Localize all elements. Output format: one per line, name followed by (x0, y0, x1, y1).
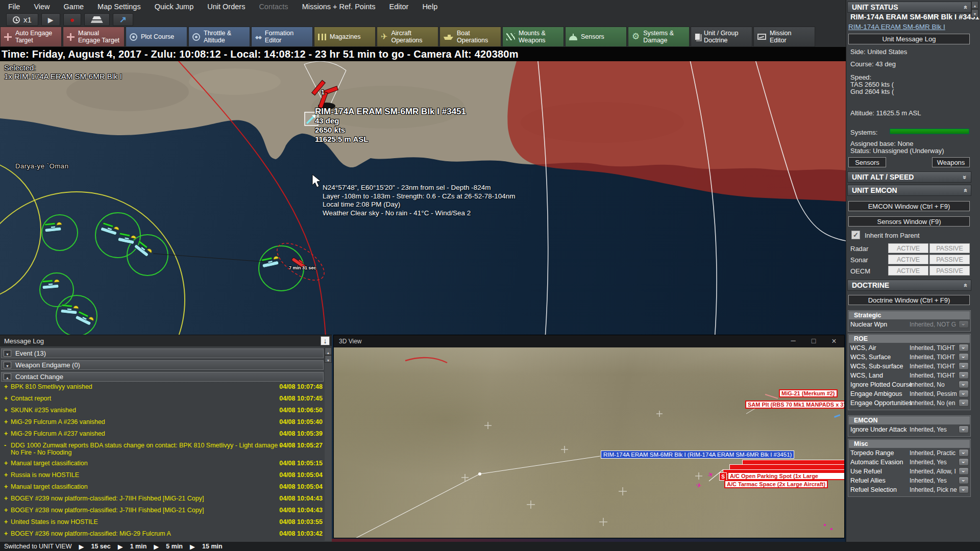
speed-arrow-icon[interactable] (154, 543, 159, 550)
magazines-button[interactable]: Magazines (314, 27, 376, 47)
throttle-altitude-button[interactable]: Throttle &Altitude (188, 27, 250, 47)
dropdown-button[interactable] (959, 467, 969, 475)
menu-map-settings[interactable]: Map Settings (97, 3, 141, 11)
3d-label-sam-platoon[interactable]: SAM Plt (RBS 70 Mk1 MANPADS x 3) (745, 400, 844, 409)
speed-15sec[interactable]: 15 sec (91, 543, 110, 550)
log-group-weapon-endgame[interactable]: Weapon Endgame (0) (1, 360, 324, 370)
collapse-button[interactable] (4, 362, 11, 368)
log-entry[interactable]: +SKUNK #235 vanished04/08 10:06:50 (0, 407, 325, 418)
collapse-button[interactable] (4, 373, 11, 380)
log-group-event[interactable]: Event (13) (1, 348, 324, 358)
friendly-ship-icons[interactable] (42, 222, 280, 326)
dropdown-button[interactable] (959, 449, 969, 457)
scroll-down-button[interactable] (325, 355, 332, 363)
weapons-panel-button[interactable]: Weapons (932, 157, 970, 167)
sidebar-scrollbar[interactable] (971, 1, 979, 17)
menu-game[interactable]: Game (64, 3, 84, 11)
3d-label-selected-missile[interactable]: RIM-174A ERAM SM-6MR Blk I (RIM-174A ERA… (601, 450, 794, 459)
record-button[interactable] (63, 13, 81, 26)
speed-arrow-icon[interactable] (118, 543, 123, 550)
dropdown-button[interactable] (959, 458, 969, 466)
unit-class-link[interactable]: RIM-174A ERAM SM-6MR Blk I (848, 23, 945, 31)
sensors-panel-button[interactable]: Sensors (848, 157, 886, 167)
dropdown-button[interactable] (959, 477, 969, 484)
boat-operations-button[interactable]: BoatOperations (439, 27, 501, 47)
unit-message-log-button[interactable]: Unit Message Log (848, 34, 970, 44)
auto-engage-target-button[interactable]: Auto EngageTarget (0, 27, 62, 47)
log-entry[interactable]: +BOGEY #236 now platform-classified: MiG… (0, 530, 325, 542)
menu-unit-orders[interactable]: Unit Orders (207, 3, 245, 11)
menu-missions-ref-points[interactable]: Missions + Ref. Points (302, 3, 376, 11)
time-compression-button[interactable]: x1 (6, 13, 38, 26)
oecm-passive-button[interactable]: PASSIVE (929, 266, 970, 276)
menu-view[interactable]: View (34, 3, 50, 11)
scroll-down-button[interactable] (971, 9, 978, 17)
3d-label-mig21[interactable]: MiG-21 (Merkum #2) (779, 389, 838, 397)
dropdown-button[interactable] (959, 486, 969, 493)
dropdown-button[interactable] (959, 399, 969, 407)
log-entry[interactable]: +Contact report04/08 10:07:45 (0, 395, 325, 407)
log-group-contact-change[interactable]: Contact Change (1, 372, 324, 382)
log-entry[interactable]: +United States is now HOSTILE04/08 10:03… (0, 518, 325, 530)
speed-5min[interactable]: 5 min (166, 543, 183, 550)
3d-scene[interactable]: MiG-21 (Merkum #2) SAM Plt (RBS 70 Mk1 M… (334, 347, 844, 538)
unit-status-header[interactable]: UNIT STATUS (847, 2, 971, 13)
plot-course-button[interactable]: Plot Course (126, 27, 187, 47)
3d-label-tarmac-space[interactable]: A/C Tarmac Space (2x Large Aircraft) (724, 480, 828, 488)
aircraft-operations-button[interactable]: AircraftOperations (377, 27, 438, 47)
log-entry[interactable]: +BOGEY #239 now platform-classified: J-7… (0, 495, 325, 507)
map-projection-button[interactable] (84, 13, 110, 26)
mission-editor-button[interactable]: MissionEditor (753, 27, 815, 47)
unit-emcon-header[interactable]: UNIT EMCON (847, 185, 971, 196)
oecm-active-button[interactable]: ACTIVE (888, 266, 928, 276)
speed-15min[interactable]: 15 min (202, 543, 223, 550)
inherit-from-parent-checkbox[interactable] (851, 231, 860, 239)
dropdown-button[interactable] (959, 353, 969, 361)
unit-alt-speed-header[interactable]: UNIT ALT / SPEED (847, 171, 971, 183)
dropdown-button[interactable] (959, 344, 969, 352)
log-entry[interactable]: +BPK 810 Smetlivyy vanished04/08 10:07:4… (0, 383, 325, 395)
sensors-window-button[interactable]: Sensors Window (F9) (848, 216, 970, 227)
minimize-button[interactable] (783, 337, 803, 346)
menu-quick-jump[interactable]: Quick Jump (155, 3, 194, 11)
manual-engage-target-button[interactable]: ManualEngage Target (63, 27, 125, 47)
collapse-button[interactable] (4, 350, 11, 357)
log-entry[interactable]: +Russia is now HOSTILE04/08 10:05:04 (0, 471, 325, 483)
message-log-scrollbar[interactable] (325, 347, 332, 541)
dropdown-button[interactable] (959, 425, 969, 433)
log-entry[interactable]: +Manual target classification04/08 10:05… (0, 483, 325, 495)
radar-active-button[interactable]: ACTIVE (888, 243, 928, 253)
log-entry[interactable]: +MiG-29 Fulcrum A #237 vanished04/08 10:… (0, 430, 325, 442)
mounts-weapons-button[interactable]: Mounts &Weapons (502, 27, 564, 47)
menu-editor[interactable]: Editor (389, 3, 408, 11)
speed-arrow-icon[interactable] (190, 543, 195, 550)
log-entry[interactable]: +BOGEY #238 now platform-classified: J-7… (0, 507, 325, 518)
speed-arrow-icon[interactable] (79, 543, 84, 550)
menu-help[interactable]: Help (422, 3, 437, 11)
sensors-button[interactable]: Sensors (565, 27, 627, 47)
3d-label-parking-spot[interactable]: A/C Open Parking Spot (1x Large (727, 472, 844, 480)
radar-passive-button[interactable]: PASSIVE (929, 243, 970, 253)
speed-1min[interactable]: 1 min (130, 543, 147, 550)
log-entry[interactable]: -DDG 1000 Zumwalt reports BDA status cha… (0, 442, 325, 460)
sonar-passive-button[interactable]: PASSIVE (929, 255, 970, 264)
message-log-detach-button[interactable] (321, 336, 330, 345)
dropdown-button[interactable] (959, 362, 969, 370)
maximize-button[interactable] (803, 337, 824, 346)
dropdown-button[interactable] (959, 390, 969, 397)
menu-file[interactable]: File (8, 3, 20, 11)
formation-editor-button[interactable]: FormationEditor (251, 27, 313, 47)
dropdown-button[interactable] (959, 381, 969, 388)
unit-group-doctrine-button[interactable]: Unit / GroupDoctrine (691, 27, 752, 47)
doctrine-window-button[interactable]: Doctrine Window (Ctrl + F9) (848, 295, 970, 305)
3d-view-titlebar[interactable]: 3D View (334, 335, 844, 347)
log-entry[interactable]: +Manual target classification04/08 10:05… (0, 460, 325, 471)
jump-to-button[interactable] (113, 13, 133, 26)
play-button[interactable] (41, 13, 60, 26)
emcon-window-button[interactable]: EMCON Window (Ctrl + F9) (848, 201, 970, 211)
doctrine-header[interactable]: DOCTRINE (847, 280, 971, 291)
log-entry[interactable]: +MiG-29 Fulcrum A #236 vanished04/08 10:… (0, 418, 325, 430)
dropdown-button[interactable] (959, 371, 969, 379)
sonar-active-button[interactable]: ACTIVE (888, 255, 928, 264)
close-button[interactable] (824, 337, 844, 346)
